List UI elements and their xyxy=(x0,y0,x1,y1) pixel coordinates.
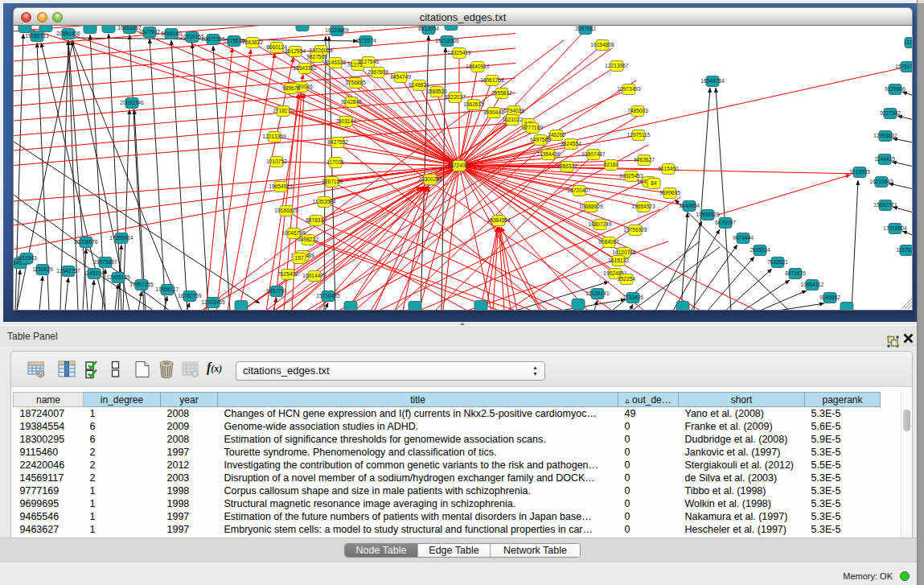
svg-text:3267150: 3267150 xyxy=(322,179,343,184)
svg-text:9084067: 9084067 xyxy=(598,239,619,245)
svg-text:84: 84 xyxy=(651,180,657,186)
svg-text:15720407: 15720407 xyxy=(567,187,591,193)
svg-text:20691406: 20691406 xyxy=(56,31,80,36)
svg-text:6497568: 6497568 xyxy=(530,137,551,142)
svg-text:10654112: 10654112 xyxy=(801,282,824,287)
svg-text:9474444: 9474444 xyxy=(733,235,754,241)
svg-text:8878312: 8878312 xyxy=(306,217,326,223)
svg-text:20053346: 20053346 xyxy=(120,100,144,105)
svg-text:10671355: 10671355 xyxy=(201,36,225,42)
svg-text:8813054: 8813054 xyxy=(418,26,439,31)
svg-text:17957255: 17957255 xyxy=(129,282,154,287)
svg-text:10973493: 10973493 xyxy=(617,86,641,92)
svg-text:10958117: 10958117 xyxy=(156,286,179,292)
svg-text:62160: 62160 xyxy=(604,162,619,167)
svg-text:1733426: 1733426 xyxy=(622,295,643,300)
svg-text:16210643: 16210643 xyxy=(869,179,893,184)
svg-text:8912954: 8912954 xyxy=(285,48,306,54)
svg-text:16548784: 16548784 xyxy=(700,78,725,84)
svg-text:19654923: 19654923 xyxy=(631,204,655,209)
svg-text:15751074: 15751074 xyxy=(895,64,913,69)
svg-text:7625402: 7625402 xyxy=(277,271,298,277)
svg-text:8146328: 8146328 xyxy=(325,60,346,65)
svg-text:1621022: 1621022 xyxy=(502,117,523,122)
svg-text:3215955: 3215955 xyxy=(849,169,870,175)
svg-text:1527602: 1527602 xyxy=(139,29,160,35)
svg-text:16033809: 16033809 xyxy=(325,27,349,33)
svg-text:7632621: 7632621 xyxy=(767,259,788,265)
svg-text:18807249: 18807249 xyxy=(588,221,612,227)
svg-text:9227342: 9227342 xyxy=(880,110,901,116)
svg-text:21364436: 21364436 xyxy=(536,151,561,157)
svg-text:7803144: 7803144 xyxy=(335,118,356,124)
svg-text:16154808: 16154808 xyxy=(590,42,614,47)
svg-text:17016504: 17016504 xyxy=(883,225,907,231)
svg-text:20206576: 20206576 xyxy=(74,239,98,245)
svg-text:4498222: 4498222 xyxy=(298,237,318,242)
svg-text:1010752: 1010752 xyxy=(266,159,287,164)
svg-text:9115460: 9115460 xyxy=(658,166,679,171)
svg-text:16782759: 16782759 xyxy=(178,293,202,299)
svg-text:2935114: 2935114 xyxy=(749,247,770,253)
svg-text:3756885: 3756885 xyxy=(345,80,366,85)
svg-text:10938928: 10938928 xyxy=(696,212,720,217)
svg-text:12905135: 12905135 xyxy=(106,274,130,280)
svg-text:1244415: 1244415 xyxy=(874,156,895,162)
svg-text:19166829: 19166829 xyxy=(274,208,298,213)
svg-text:252254: 252254 xyxy=(618,276,635,282)
svg-text:19756928: 19756928 xyxy=(623,227,647,233)
svg-text:7986322: 7986322 xyxy=(556,163,577,169)
svg-text:8322037: 8322037 xyxy=(445,94,466,100)
svg-text:10653287: 10653287 xyxy=(117,26,142,31)
svg-text:18724007: 18724007 xyxy=(447,163,471,168)
svg-text:9129906: 9129906 xyxy=(885,86,906,92)
svg-text:10025453: 10025453 xyxy=(619,173,643,179)
svg-text:12942757: 12942757 xyxy=(56,268,80,274)
svg-text:12213369: 12213369 xyxy=(262,134,286,139)
svg-text:10807487: 10807487 xyxy=(581,151,606,157)
svg-text:19055713: 19055713 xyxy=(25,33,49,39)
svg-text:117006: 117006 xyxy=(326,159,344,165)
svg-text:157: 157 xyxy=(294,255,303,261)
svg-text:9827503: 9827503 xyxy=(306,54,327,60)
svg-text:1588520: 1588520 xyxy=(426,89,447,94)
svg-text:3624554: 3624554 xyxy=(561,141,581,146)
svg-text:9127546: 9127546 xyxy=(358,59,379,64)
svg-text:7663822: 7663822 xyxy=(242,39,263,45)
svg-text:16543382: 16543382 xyxy=(293,65,317,71)
svg-text:9463627: 9463627 xyxy=(634,157,655,163)
svg-text:16120746: 16120746 xyxy=(612,249,636,255)
svg-text:19384554: 19384554 xyxy=(487,217,511,223)
svg-text:1145194: 1145194 xyxy=(84,270,105,276)
svg-text:12975115: 12975115 xyxy=(627,132,651,138)
svg-text:1167533: 1167533 xyxy=(896,247,913,253)
svg-text:7485003: 7485003 xyxy=(627,108,648,113)
svg-text:7955812: 7955812 xyxy=(491,90,512,96)
svg-text:10688609: 10688609 xyxy=(579,204,603,209)
svg-text:11123: 11123 xyxy=(904,39,913,45)
svg-text:8454749: 8454749 xyxy=(390,74,411,80)
svg-text:15136141: 15136141 xyxy=(585,290,610,296)
svg-text:19975887: 19975887 xyxy=(93,259,117,265)
svg-text:12093832: 12093832 xyxy=(873,133,897,138)
svg-text:2087682: 2087682 xyxy=(575,26,596,31)
svg-text:2718170: 2718170 xyxy=(273,108,294,113)
svg-text:12213967: 12213967 xyxy=(605,63,629,68)
svg-text:19218506: 19218506 xyxy=(435,38,459,43)
svg-text:6479197: 6479197 xyxy=(715,220,736,225)
svg-text:13325419: 13325419 xyxy=(447,50,471,56)
svg-text:9242848: 9242848 xyxy=(341,99,362,105)
svg-text:11353594: 11353594 xyxy=(313,199,336,204)
svg-text:9457791: 9457791 xyxy=(266,288,287,294)
svg-text:3572274: 3572274 xyxy=(355,38,376,43)
svg-text:8471676: 8471676 xyxy=(785,270,806,276)
svg-text:3911943: 3911943 xyxy=(16,255,37,261)
svg-text:8990448: 8990448 xyxy=(483,109,504,115)
svg-text:17359924: 17359924 xyxy=(109,235,133,241)
svg-text:6794028: 6794028 xyxy=(503,108,524,113)
svg-text:6466160: 6466160 xyxy=(161,31,182,36)
svg-text:19654923: 19654923 xyxy=(269,183,293,189)
svg-text:9699695: 9699695 xyxy=(659,190,680,196)
svg-text:9245652: 9245652 xyxy=(819,295,840,300)
svg-text:8427552: 8427552 xyxy=(327,139,348,145)
